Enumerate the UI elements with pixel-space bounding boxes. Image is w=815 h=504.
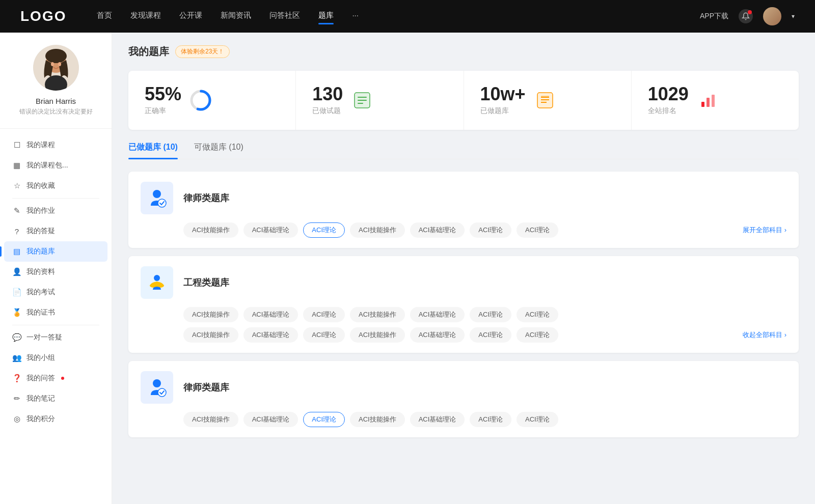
tag-item[interactable]: ACI技能操作 [183, 222, 238, 238]
qbank-card-law-2: 律师类题库 ACI技能操作 ACI基础理论 ACI理论 ACI技能操作 ACI基… [128, 361, 799, 437]
nav-open-course[interactable]: 公开课 [179, 11, 202, 22]
sidebar-item-question-bank[interactable]: ▤ 我的题库 [4, 241, 107, 262]
chat-icon: 💬 [12, 333, 21, 342]
sidebar-item-homework[interactable]: ✎ 我的作业 [4, 201, 107, 221]
svg-point-23 [158, 199, 166, 207]
tag-item[interactable]: ACI基础理论 [243, 222, 298, 238]
group-icon: 👥 [12, 353, 21, 362]
notification-bell[interactable] [739, 9, 753, 23]
tag-item[interactable]: ACI理论 [517, 412, 558, 427]
tag-item[interactable]: ACI基础理论 [243, 307, 298, 322]
expand-bank-link[interactable]: 展开全部科目 › [743, 226, 786, 235]
score-icon: ◎ [12, 414, 21, 424]
sidebar-menu: ☐ 我的课程 ▦ 我的课程包... ☆ 我的收藏 ✎ 我的作业 ? 我的答疑 ▤ [0, 135, 112, 429]
tag-item[interactable]: ACI理论 [470, 327, 511, 343]
menu-divider-2 [12, 325, 99, 325]
tab-available-banks[interactable]: 可做题库 (10) [194, 142, 243, 159]
sidebar-item-label: 我的资料 [26, 267, 55, 276]
tag-item[interactable]: ACI理论 [303, 327, 345, 343]
nav-news[interactable]: 新闻资讯 [221, 11, 251, 22]
tag-item[interactable]: ACI技能操作 [183, 307, 238, 322]
qbank-card-header: 律师类题库 [141, 182, 786, 214]
sidebar-item-favorites[interactable]: ☆ 我的收藏 [4, 176, 107, 196]
collapse-bank-link[interactable]: 收起全部科目 › [743, 330, 786, 340]
nav-courses[interactable]: 发现课程 [130, 11, 161, 22]
tag-item[interactable]: ACI理论 [470, 307, 511, 322]
stat-rank-value: 1029 [648, 85, 689, 103]
tag-item[interactable]: ACI理论 [470, 412, 511, 427]
question-circle-icon: ? [12, 227, 21, 236]
tag-item[interactable]: ACI理论 [470, 222, 511, 238]
qbank-title-law-2: 律师类题库 [183, 381, 229, 394]
sidebar-item-profile[interactable]: 👤 我的资料 [4, 262, 107, 282]
sidebar-item-label: 我的答疑 [26, 227, 55, 236]
profile-motto: 错误的决定比没有决定要好 [19, 107, 93, 116]
book-icon [534, 89, 556, 111]
sidebar-item-my-qa[interactable]: ? 我的答疑 [4, 221, 107, 241]
svg-point-26 [153, 379, 161, 387]
tag-item[interactable]: ACI基础理论 [410, 307, 465, 322]
tag-item[interactable]: ACI技能操作 [350, 222, 405, 238]
logo[interactable]: LOGO [20, 8, 66, 24]
profile-name: Brian Harris [36, 97, 76, 105]
sidebar-item-label: 我的考试 [26, 288, 55, 297]
sidebar-item-points[interactable]: ◎ 我的积分 [4, 409, 107, 429]
file-icon: ☐ [12, 141, 21, 150]
tag-item-active[interactable]: ACI理论 [303, 412, 345, 427]
sidebar-item-questions[interactable]: ❓ 我的问答 [4, 368, 107, 388]
tag-item[interactable]: ACI基础理论 [243, 327, 298, 343]
app-download-button[interactable]: APP下载 [700, 12, 728, 21]
unread-dot [61, 377, 64, 380]
bar-chart-icon [697, 89, 719, 111]
nav-right: APP下载 ▾ [700, 7, 795, 25]
user-menu-chevron[interactable]: ▾ [792, 13, 795, 20]
tag-item[interactable]: ACI理论 [517, 307, 558, 322]
edit-icon: ✎ [12, 206, 21, 215]
tag-item[interactable]: ACI技能操作 [183, 327, 238, 343]
notification-dot [748, 10, 752, 14]
sidebar-item-notes[interactable]: ✏ 我的笔记 [4, 388, 107, 409]
tag-item[interactable]: ACI技能操作 [350, 307, 405, 322]
sidebar-item-certificate[interactable]: 🏅 我的证书 [4, 302, 107, 323]
qbank-tags-law-2: ACI技能操作 ACI基础理论 ACI理论 ACI技能操作 ACI基础理论 AC… [141, 412, 786, 427]
tag-item[interactable]: ACI基础理论 [410, 222, 465, 238]
tag-item[interactable]: ACI理论 [517, 222, 558, 238]
nav-more[interactable]: ··· [352, 11, 359, 22]
sidebar: Brian Harris 错误的决定比没有决定要好 ☐ 我的课程 ▦ 我的课程包… [0, 33, 112, 504]
tag-item[interactable]: ACI基础理论 [243, 412, 298, 427]
svg-rect-20 [707, 98, 710, 107]
sidebar-item-my-courses[interactable]: ☐ 我的课程 [4, 135, 107, 155]
star-icon: ☆ [12, 181, 21, 190]
engineer-icon [141, 266, 173, 299]
bank-icon: ▤ [12, 247, 21, 256]
sidebar-item-label: 我的证书 [26, 308, 55, 317]
tag-item[interactable]: ACI技能操作 [350, 327, 405, 343]
nav-question-bank[interactable]: 题库 [318, 11, 334, 22]
svg-rect-18 [541, 96, 549, 97]
qbank-title-law-1: 律师类题库 [183, 192, 229, 204]
sidebar-item-group[interactable]: 👥 我的小组 [4, 348, 107, 368]
trial-badge: 体验剩余23天！ [175, 45, 230, 58]
tag-item[interactable]: ACI技能操作 [183, 412, 238, 427]
tag-item[interactable]: ACI基础理论 [410, 327, 465, 343]
sidebar-item-course-packages[interactable]: ▦ 我的课程包... [4, 155, 107, 176]
stat-banks-label: 已做题库 [480, 106, 526, 116]
tab-done-banks[interactable]: 已做题库 (10) [128, 142, 178, 159]
tag-item[interactable]: ACI基础理论 [410, 412, 465, 427]
sidebar-item-exam[interactable]: 📄 我的考试 [4, 282, 107, 302]
tag-item[interactable]: ACI理论 [303, 307, 345, 322]
nav-qa[interactable]: 问答社区 [269, 11, 300, 22]
main-content: 我的题库 体验剩余23天！ 55% 正确率 [112, 33, 815, 504]
svg-point-25 [154, 275, 160, 281]
stat-accuracy-value: 55% [145, 85, 181, 103]
user-avatar-nav[interactable] [763, 7, 781, 25]
certificate-icon: 🏅 [12, 308, 21, 317]
sidebar-item-label: 我的积分 [26, 414, 55, 424]
sidebar-profile: Brian Harris 错误的决定比没有决定要好 [0, 45, 112, 129]
tag-item[interactable]: ACI技能操作 [350, 412, 405, 427]
nav-home[interactable]: 首页 [97, 11, 112, 22]
sidebar-item-one-on-one[interactable]: 💬 一对一答疑 [4, 327, 107, 348]
stat-banks-value: 10w+ [480, 85, 526, 103]
tag-item[interactable]: ACI理论 [517, 327, 558, 343]
tag-item-active[interactable]: ACI理论 [303, 222, 345, 238]
